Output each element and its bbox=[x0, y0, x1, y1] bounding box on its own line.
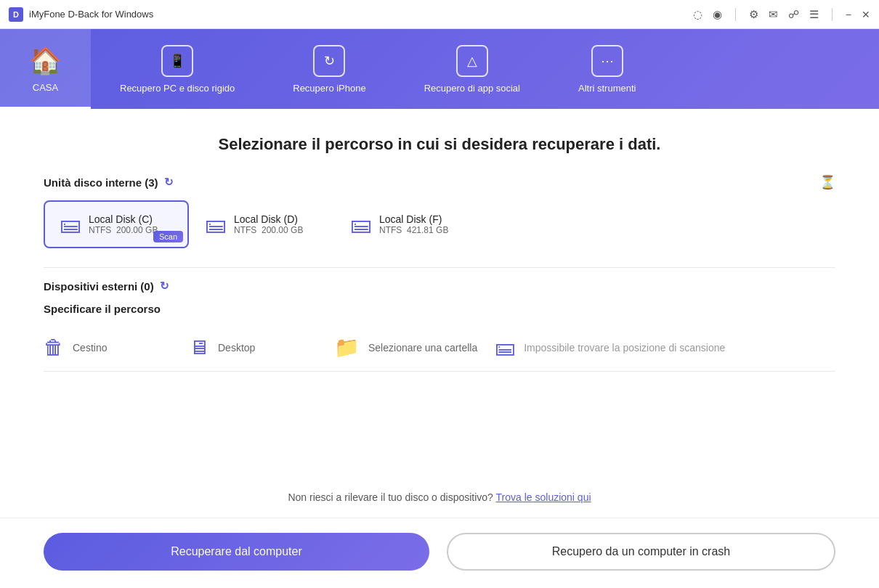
external-devices-refresh-icon[interactable]: ↻ bbox=[160, 279, 169, 293]
path-item-desktop[interactable]: 🖥 Desktop bbox=[189, 328, 334, 367]
divider-2 bbox=[44, 371, 835, 372]
disk-d-name: Local Disk (D) bbox=[234, 213, 303, 225]
tools-icon-box: ⋯ bbox=[591, 45, 623, 77]
cartella-label: Selezionare una cartella bbox=[368, 342, 477, 354]
posizione-label: Impossibile trovare la posizione di scan… bbox=[524, 342, 725, 354]
disk-grid: 🖴 Local Disk (C) NTFS 200.00 GB Scan 🖴 L… bbox=[44, 200, 835, 248]
main-content: Selezionare il percorso in cui si deside… bbox=[0, 109, 879, 518]
internal-disks-label: Unità disco interne (3) bbox=[44, 176, 158, 189]
scan-badge: Scan bbox=[153, 231, 183, 242]
recupero-computer-crash-button[interactable]: Recupero da un computer in crash bbox=[447, 533, 835, 571]
avatar-icon[interactable]: ◌ bbox=[693, 8, 702, 21]
cestino-label: Cestino bbox=[73, 342, 107, 354]
disk-card-d[interactable]: 🖴 Local Disk (D) NTFS 200.00 GB bbox=[189, 200, 334, 248]
nav-label-recupero-social: Recupero di app social bbox=[424, 83, 520, 94]
menu-icon[interactable]: ☰ bbox=[809, 8, 819, 21]
disk-c-name: Local Disk (C) bbox=[89, 213, 158, 225]
disk-d-meta: NTFS 200.00 GB bbox=[234, 225, 303, 235]
disk-card-c[interactable]: 🖴 Local Disk (C) NTFS 200.00 GB Scan bbox=[44, 200, 189, 248]
history-icon[interactable]: ⏳ bbox=[819, 174, 835, 190]
disk-c-meta: NTFS 200.00 GB bbox=[89, 225, 158, 235]
disk-d-info: Local Disk (D) NTFS 200.00 GB bbox=[234, 213, 303, 235]
mail-icon[interactable]: ✉ bbox=[769, 8, 778, 21]
navbar: 🏠 CASA 📱 Recupero PC e disco rigido ↻ Re… bbox=[0, 29, 879, 109]
recuperare-dal-computer-button[interactable]: Recuperare dal computer bbox=[44, 533, 429, 571]
trash-icon: 🗑 bbox=[44, 335, 64, 359]
nav-label-altri-strumenti: Altri strumenti bbox=[578, 83, 636, 94]
titlebar: D iMyFone D-Back for Windows ◌ ◉ ⚙ ✉ ☍ ☰… bbox=[0, 0, 879, 29]
social-icon: △ bbox=[467, 53, 477, 69]
disk-card-f[interactable]: 🖴 Local Disk (F) NTFS 421.81 GB bbox=[334, 200, 479, 248]
bottom-link-area: Non riesci a rilevare il tuo disco o dis… bbox=[44, 474, 835, 518]
external-devices-label: Dispositivi esterni (0) bbox=[44, 280, 154, 293]
desktop-label: Desktop bbox=[218, 342, 255, 354]
disk-f-info: Local Disk (F) NTFS 421.81 GB bbox=[379, 213, 448, 235]
disk-c-info: Local Disk (C) NTFS 200.00 GB bbox=[89, 213, 158, 235]
nav-item-altri-strumenti[interactable]: ⋯ Altri strumenti bbox=[549, 29, 665, 109]
path-grid: 🗑 Cestino 🖥 Desktop 📁 Selezionare una ca… bbox=[44, 328, 835, 367]
divider-1 bbox=[44, 267, 835, 268]
external-devices-section-header: Dispositivi esterni (0) ↻ bbox=[44, 279, 835, 293]
titlebar-icons: ◌ ◉ ⚙ ✉ ☍ ☰ − ✕ bbox=[693, 8, 870, 21]
posizione-disk-icon: 🖴 bbox=[495, 335, 515, 359]
nav-item-casa[interactable]: 🏠 CASA bbox=[0, 29, 91, 109]
iphone-icon-box: ↻ bbox=[313, 45, 345, 77]
home-icon: 🏠 bbox=[29, 46, 62, 76]
iphone-icon: ↻ bbox=[324, 53, 335, 69]
path-item-posizione[interactable]: 🖴 Impossibile trovare la posizione di sc… bbox=[495, 328, 742, 367]
disk-f-meta: NTFS 421.81 GB bbox=[379, 225, 448, 235]
specify-path-label: Specificare il percorso bbox=[44, 303, 835, 315]
folder-icon: 📁 bbox=[334, 335, 360, 359]
tools-icon: ⋯ bbox=[601, 53, 614, 69]
nav-item-recupero-pc[interactable]: 📱 Recupero PC e disco rigido bbox=[91, 29, 264, 109]
settings-icon[interactable]: ⚙ bbox=[749, 8, 758, 21]
titlebar-separator2 bbox=[832, 8, 833, 21]
app-title: iMyFone D-Back for Windows bbox=[29, 9, 693, 20]
nav-label-recupero-iphone: Recupero iPhone bbox=[293, 83, 365, 94]
page-title: Selezionare il percorso in cui si deside… bbox=[44, 109, 835, 174]
minimize-button[interactable]: − bbox=[846, 9, 851, 20]
titlebar-separator bbox=[735, 8, 736, 21]
disk-d-icon: 🖴 bbox=[205, 212, 227, 237]
nav-item-recupero-iphone[interactable]: ↻ Recupero iPhone bbox=[264, 29, 394, 109]
close-button[interactable]: ✕ bbox=[862, 9, 870, 20]
desktop-icon: 🖥 bbox=[189, 335, 209, 359]
chat-icon[interactable]: ☍ bbox=[788, 8, 799, 21]
disk-f-icon: 🖴 bbox=[350, 212, 372, 237]
internal-disks-refresh-icon[interactable]: ↻ bbox=[164, 176, 174, 189]
path-item-cestino[interactable]: 🗑 Cestino bbox=[44, 328, 189, 367]
bottom-link-text: Non riesci a rilevare il tuo disco o dis… bbox=[288, 491, 493, 503]
footer: Recuperare dal computer Recupero da un c… bbox=[0, 518, 879, 588]
pc-icon-box: 📱 bbox=[161, 45, 193, 77]
nav-item-recupero-social[interactable]: △ Recupero di app social bbox=[395, 29, 549, 109]
internal-disks-section-header: Unità disco interne (3) ↻ ⏳ bbox=[44, 174, 835, 190]
nav-label-recupero-pc: Recupero PC e disco rigido bbox=[120, 83, 235, 94]
path-item-cartella[interactable]: 📁 Selezionare una cartella bbox=[334, 328, 495, 367]
nav-label-casa: CASA bbox=[33, 82, 58, 93]
disk-f-name: Local Disk (F) bbox=[379, 213, 448, 225]
bottom-link-anchor[interactable]: Trova le soluzioni qui bbox=[496, 491, 591, 503]
discord-icon[interactable]: ◉ bbox=[713, 8, 722, 21]
social-icon-box: △ bbox=[456, 45, 488, 77]
app-logo: D bbox=[9, 7, 23, 22]
pc-icon: 📱 bbox=[169, 53, 185, 69]
disk-c-icon: 🖴 bbox=[60, 212, 81, 237]
